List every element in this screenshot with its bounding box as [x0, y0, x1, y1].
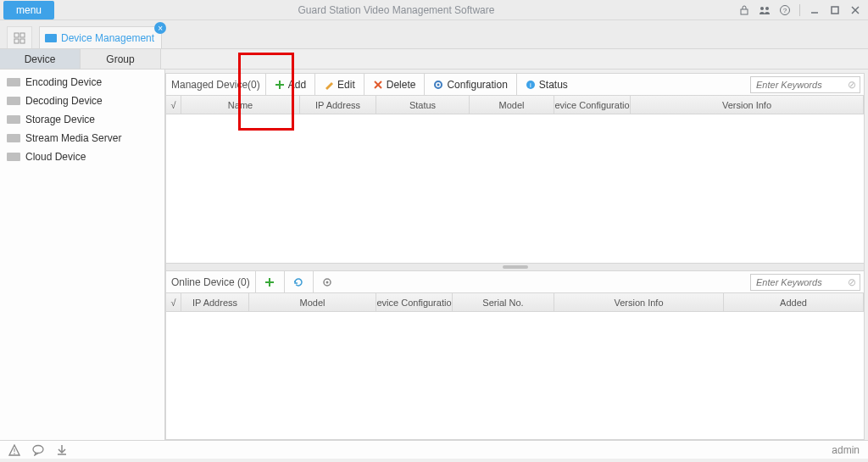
- grid-icon: [14, 32, 25, 44]
- grip-icon: [503, 265, 528, 269]
- alert-icon[interactable]: [8, 444, 20, 456]
- chat-icon[interactable]: [32, 444, 44, 456]
- gear-icon: [433, 80, 443, 90]
- online-grid-header: √ IP Address Model evice Configuratio Se…: [166, 293, 864, 312]
- camera-icon: [45, 34, 57, 42]
- title-bar: menu Guard Station Video Management Soft…: [0, 0, 868, 20]
- svg-rect-9: [14, 33, 19, 37]
- splitter[interactable]: [166, 263, 864, 271]
- managed-grid-body: [166, 114, 864, 263]
- plus-icon: [275, 80, 285, 90]
- tab-device-management[interactable]: Device Management ×: [39, 26, 162, 48]
- edit-label: Edit: [337, 79, 355, 91]
- online-refresh-button[interactable]: [284, 271, 313, 293]
- download-icon[interactable]: [56, 444, 68, 456]
- plus-icon: [264, 277, 275, 287]
- add-label: Add: [288, 79, 306, 91]
- online-add-button[interactable]: [255, 271, 284, 293]
- delete-button[interactable]: Delete: [364, 74, 425, 96]
- svg-rect-10: [20, 33, 25, 37]
- tab-close-icon[interactable]: ×: [154, 22, 166, 34]
- col-serial[interactable]: Serial No.: [453, 293, 554, 311]
- clear-icon[interactable]: ⊘: [848, 276, 856, 288]
- device-icon: [7, 97, 20, 105]
- tab-label: Device Management: [61, 32, 154, 44]
- svg-point-18: [437, 83, 440, 86]
- col-devcfg[interactable]: evice Configuratio: [554, 96, 631, 114]
- sidebar-item-label: Storage Device: [25, 114, 95, 125]
- sidebar: Encoding Device Decoding Device Storage …: [0, 70, 165, 440]
- svg-point-24: [326, 281, 329, 283]
- device-icon: [7, 153, 20, 161]
- edit-button[interactable]: Edit: [314, 74, 364, 96]
- managed-search[interactable]: ⊘: [750, 76, 860, 93]
- close-icon[interactable]: [849, 4, 861, 16]
- users-icon[interactable]: [759, 4, 771, 16]
- col-check[interactable]: √: [166, 293, 181, 311]
- clear-icon[interactable]: ⊘: [848, 79, 856, 91]
- svg-text:i: i: [530, 81, 531, 89]
- search-input[interactable]: [754, 79, 848, 91]
- sidebar-item-encoding[interactable]: Encoding Device: [0, 73, 164, 92]
- col-ip[interactable]: IP Address: [300, 96, 376, 114]
- sidebar-item-label: Cloud Device: [25, 151, 86, 163]
- svg-point-1: [760, 7, 764, 10]
- gear-icon: [322, 277, 332, 287]
- online-search[interactable]: ⊘: [750, 274, 860, 291]
- status-button[interactable]: i Status: [516, 74, 576, 96]
- sidebar-item-label: Encoding Device: [25, 76, 102, 88]
- help-icon[interactable]: ?: [779, 4, 791, 16]
- col-ip[interactable]: IP Address: [181, 293, 249, 311]
- sidebar-item-storage[interactable]: Storage Device: [0, 110, 164, 129]
- config-button[interactable]: Configuration: [424, 74, 515, 96]
- svg-text:?: ?: [783, 7, 787, 14]
- subtab-bar: Device Group: [0, 49, 868, 70]
- content-area: Managed Device(0) Add Edit Delete Config…: [165, 73, 865, 440]
- x-icon: [373, 80, 383, 90]
- col-name[interactable]: Name: [181, 96, 300, 114]
- col-model[interactable]: Model: [470, 96, 554, 114]
- svg-rect-12: [20, 39, 25, 43]
- col-check[interactable]: √: [166, 96, 181, 114]
- menu-button[interactable]: menu: [3, 1, 54, 19]
- user-label: admin: [832, 444, 860, 456]
- sidebar-item-cloud[interactable]: Cloud Device: [0, 148, 164, 166]
- maximize-icon[interactable]: [829, 4, 841, 16]
- svg-rect-6: [832, 7, 838, 14]
- pencil-icon: [324, 80, 334, 90]
- svg-point-26: [14, 453, 15, 454]
- subtab-group[interactable]: Group: [81, 49, 161, 69]
- svg-rect-11: [14, 39, 19, 43]
- lock-icon[interactable]: [738, 4, 750, 16]
- col-model[interactable]: Model: [249, 293, 376, 311]
- device-icon: [7, 134, 20, 142]
- col-devcfg[interactable]: evice Configuratio: [376, 293, 453, 311]
- device-icon: [7, 115, 20, 124]
- col-added[interactable]: Added: [724, 293, 864, 311]
- info-icon: i: [526, 80, 536, 90]
- online-settings-button[interactable]: [313, 271, 342, 293]
- col-version[interactable]: Version Info: [554, 293, 724, 311]
- add-button[interactable]: Add: [265, 74, 314, 96]
- search-input[interactable]: [754, 276, 848, 288]
- col-status[interactable]: Status: [376, 96, 470, 114]
- svg-point-2: [765, 7, 769, 10]
- minimize-icon[interactable]: [809, 4, 821, 16]
- svg-rect-0: [741, 9, 748, 14]
- sidebar-item-stream[interactable]: Stream Media Server: [0, 129, 164, 148]
- sidebar-item-decoding[interactable]: Decoding Device: [0, 92, 164, 110]
- delete-label: Delete: [387, 79, 416, 91]
- col-version[interactable]: Version Info: [631, 96, 864, 114]
- main-area: Encoding Device Decoding Device Storage …: [0, 70, 868, 440]
- online-toolbar: Online Device (0) ⊘: [166, 271, 864, 293]
- sidebar-item-label: Decoding Device: [25, 95, 103, 107]
- tab-bar: Device Management ×: [0, 20, 868, 49]
- online-label: Online Device (0): [166, 276, 255, 288]
- refresh-icon: [293, 277, 303, 287]
- managed-label: Managed Device(0): [166, 79, 265, 91]
- subtab-device[interactable]: Device: [0, 49, 81, 69]
- status-bar: admin: [0, 440, 868, 459]
- managed-toolbar: Managed Device(0) Add Edit Delete Config…: [166, 74, 864, 96]
- home-tab[interactable]: [7, 26, 32, 48]
- config-label: Configuration: [447, 79, 507, 91]
